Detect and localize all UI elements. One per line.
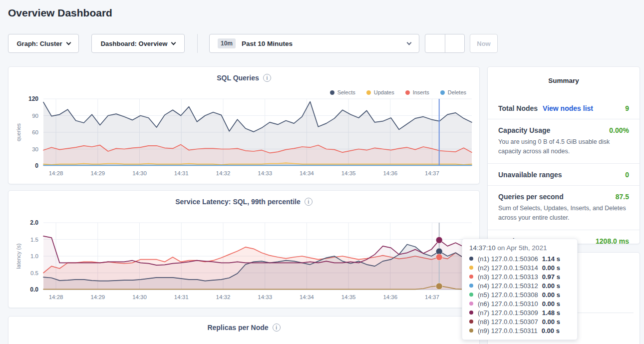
replicas-per-node-card: Replicas per Node <box>8 316 480 344</box>
svg-text:14:32: 14:32 <box>216 170 231 176</box>
svg-text:60: 60 <box>32 129 38 135</box>
svg-text:0.5: 0.5 <box>30 270 38 276</box>
time-range-label: Past 10 Minutes <box>242 40 293 47</box>
tooltip-row: (n5) 127.0.0.1:503080.00 s <box>469 290 570 299</box>
tooltip-date: on Apr 5th, 2021 <box>496 244 547 252</box>
summary-row-queries-per-second: Queries per second 87.5 Sum of Selects, … <box>488 186 640 230</box>
node-dot-icon <box>469 293 473 297</box>
tooltip-row: (n4) 127.0.0.1:503120.00 s <box>469 281 570 290</box>
summary-row-total-nodes: Total Nodes View nodes list 9 <box>488 97 640 119</box>
svg-text:14:35: 14:35 <box>341 294 356 300</box>
tooltip-node-value: 1.48 s <box>542 309 560 317</box>
svg-text:0: 0 <box>35 162 38 169</box>
svg-text:14:34: 14:34 <box>300 170 314 176</box>
svg-text:14:31: 14:31 <box>174 294 189 300</box>
summary-value: 1208.0 ms <box>596 237 629 245</box>
svg-text:14:28: 14:28 <box>49 294 63 300</box>
info-icon[interactable] <box>305 198 313 206</box>
tooltip-node-address: (n8) 127.0.0.1:50307 <box>478 318 538 326</box>
service-latency-card: Service Latency: SQL, 99th percentile 0.… <box>8 190 480 308</box>
info-icon[interactable] <box>263 74 271 82</box>
svg-text:queries: queries <box>15 123 21 141</box>
svg-text:14:30: 14:30 <box>132 294 147 300</box>
time-range-badge: 10m <box>218 38 236 48</box>
dashboard-dropdown[interactable]: Dashboard: Overview <box>91 34 185 53</box>
legend-dot-icon <box>440 90 445 95</box>
now-button[interactable]: Now <box>470 34 498 53</box>
svg-text:14:33: 14:33 <box>258 170 272 176</box>
svg-text:14:37: 14:37 <box>425 294 439 300</box>
tooltip-row: (n9) 127.0.0.1:503110.00 s <box>469 326 570 335</box>
legend-dot-icon <box>366 90 371 95</box>
next-range-button[interactable] <box>445 34 465 52</box>
svg-text:14:31: 14:31 <box>174 170 189 176</box>
tooltip-node-address: (n2) 127.0.0.1:50314 <box>478 264 538 272</box>
node-dot-icon <box>469 311 473 315</box>
chevron-down-icon <box>66 40 71 45</box>
svg-text:1.5: 1.5 <box>30 237 38 243</box>
svg-text:1.0: 1.0 <box>30 253 38 259</box>
view-nodes-list-link[interactable]: View nodes list <box>543 104 593 112</box>
sql-queries-chart[interactable]: 030609012014:2814:2914:3014:3114:3214:33… <box>12 95 476 180</box>
svg-text:14:37: 14:37 <box>425 170 439 176</box>
chevron-left-icon <box>432 40 438 47</box>
prev-range-button[interactable] <box>425 34 445 52</box>
chart-hover-tooltip: 14:37:10 on Apr 5th, 2021 (n1) 127.0.0.1… <box>462 239 578 340</box>
tooltip-row: (n2) 127.0.0.1:503140.00 s <box>469 263 570 272</box>
svg-text:90: 90 <box>32 113 38 119</box>
svg-text:14:32: 14:32 <box>216 294 231 300</box>
node-dot-icon <box>469 266 473 270</box>
summary-value: 87.5 <box>616 193 629 201</box>
tooltip-node-value: 0.97 s <box>542 273 560 281</box>
svg-text:14:30: 14:30 <box>132 170 147 176</box>
chart-title: Replicas per Node <box>207 324 268 332</box>
service-latency-chart[interactable]: 0.00.51.01.52.014:2814:2914:3014:3114:32… <box>12 219 476 304</box>
node-dot-icon <box>469 284 473 288</box>
tooltip-node-value: 0.00 s <box>542 291 560 299</box>
svg-text:14:29: 14:29 <box>90 170 105 176</box>
node-dot-icon <box>469 257 473 261</box>
summary-value: 0.00% <box>609 126 629 134</box>
page-title: Overview Dashboard <box>8 7 112 19</box>
summary-title: Summary <box>488 77 640 84</box>
node-dot-icon <box>469 275 473 279</box>
tooltip-time: 14:37:10 <box>469 244 496 252</box>
summary-row-unavailable-ranges: Unavailable ranges 0 <box>488 164 640 186</box>
svg-text:14:34: 14:34 <box>300 294 314 300</box>
tooltip-row: (n6) 127.0.0.1:503100.00 s <box>469 299 570 308</box>
info-icon[interactable] <box>273 324 281 332</box>
tooltip-node-value: 0.00 s <box>542 282 560 290</box>
tooltip-node-address: (n4) 127.0.0.1:50312 <box>478 282 538 290</box>
tooltip-node-value: 0.00 s <box>542 300 560 308</box>
svg-text:14:35: 14:35 <box>341 170 356 176</box>
tooltip-node-address: (n3) 127.0.0.1:50313 <box>478 273 538 281</box>
svg-text:latency (s): latency (s) <box>15 244 21 269</box>
summary-label: Queries per second <box>498 193 564 201</box>
svg-text:120: 120 <box>28 95 38 102</box>
summary-value: 9 <box>625 104 629 112</box>
summary-description: Sum of Selects, Updates, Inserts, and De… <box>498 204 629 223</box>
dashboard-dropdown-label: Dashboard: Overview <box>101 40 168 47</box>
svg-text:14:29: 14:29 <box>90 294 105 300</box>
tooltip-row: (n1) 127.0.0.1:503061.14 s <box>469 254 570 263</box>
svg-text:0.0: 0.0 <box>30 286 38 293</box>
graph-dropdown[interactable]: Graph: Cluster <box>8 34 79 53</box>
tooltip-node-value: 0.00 s <box>542 318 560 326</box>
tooltip-node-value: 0.00 s <box>542 264 560 272</box>
time-range-dropdown[interactable]: 10m Past 10 Minutes <box>209 34 419 53</box>
legend-dot-icon <box>405 90 410 95</box>
svg-text:14:36: 14:36 <box>383 294 397 300</box>
tooltip-node-address: (n1) 127.0.0.1:50306 <box>478 255 538 263</box>
svg-text:14:28: 14:28 <box>49 170 63 176</box>
tooltip-node-value: 1.14 s <box>542 255 560 263</box>
svg-text:14:33: 14:33 <box>258 294 272 300</box>
tooltip-row: (n8) 127.0.0.1:503070.00 s <box>469 317 570 326</box>
tooltip-row: (n7) 127.0.0.1:503091.48 s <box>469 308 570 317</box>
chevron-right-icon <box>451 40 458 47</box>
summary-label: Capacity Usage <box>498 126 550 134</box>
node-dot-icon <box>469 320 473 324</box>
summary-description: You are using 0 B of 4.5 GiB usable disk… <box>498 137 629 157</box>
controls-divider <box>197 34 198 53</box>
chevron-down-icon <box>407 40 412 45</box>
summary-panel: Summary Total Nodes View nodes list 9 Ca… <box>487 66 640 244</box>
